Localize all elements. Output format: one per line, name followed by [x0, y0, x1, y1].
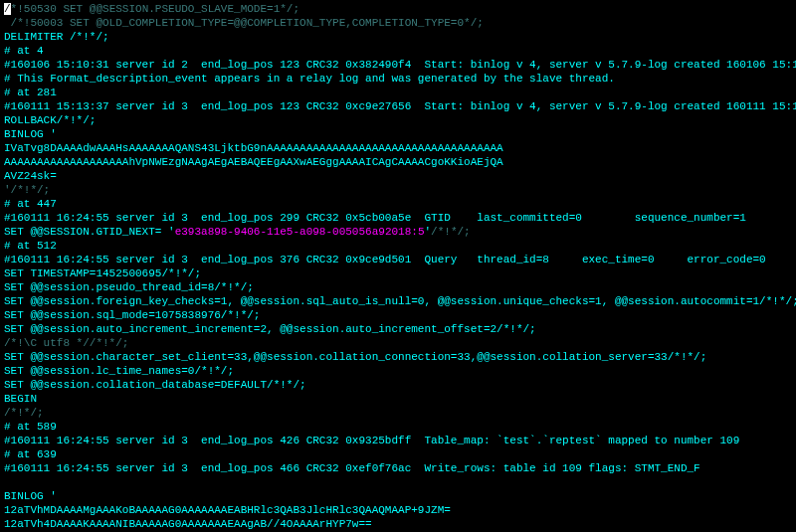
terminal-line: /*!*/; [4, 406, 792, 420]
terminal-line: /*!50003 SET @OLD_COMPLETION_TYPE=@@COMP… [4, 16, 792, 30]
terminal-line: #160106 15:10:31 server id 2 end_log_pos… [4, 58, 792, 72]
terminal-line: 12aTVhMDAAAAMgAAAKoBAAAAAG0AAAAAAAEABHRl… [4, 503, 792, 517]
terminal-line: BEGIN [4, 392, 792, 406]
terminal-line: SET @@session.foreign_key_checks=1, @@se… [4, 294, 792, 308]
terminal-line: 12aTVh4DAAAAKAAAANIBAAAAAG0AAAAAAAEAAgAB… [4, 517, 792, 531]
terminal-output: /*!50530 SET @@SESSION.PSEUDO_SLAVE_MODE… [0, 0, 796, 532]
terminal-line: /*!\C utf8 *//*!*/; [4, 336, 792, 350]
terminal-line: SET @@session.lc_time_names=0/*!*/; [4, 364, 792, 378]
terminal-line: IVaTvg8DAAAAdwAAAHsAAAAAAAQANS43LjktbG9n… [4, 141, 792, 155]
terminal-line: SET @@SESSION.GTID_NEXT= 'e393a898-9406-… [4, 225, 792, 239]
terminal-line: DELIMITER /*!*/; [4, 30, 792, 44]
terminal-line [4, 475, 792, 489]
terminal-line: SET @@session.character_set_client=33,@@… [4, 350, 792, 364]
terminal-line: /*!50530 SET @@SESSION.PSEUDO_SLAVE_MODE… [4, 2, 792, 16]
terminal-line: # at 4 [4, 44, 792, 58]
cursor: / [4, 3, 11, 15]
terminal-line: #160111 16:24:55 server id 3 end_log_pos… [4, 211, 792, 225]
terminal-line: # at 281 [4, 86, 792, 99]
terminal-line: AAAAAAAAAAAAAAAAAAAhVpNWEzgNAAgAEgAEBAQE… [4, 155, 792, 169]
terminal-line: #160111 16:24:55 server id 3 end_log_pos… [4, 253, 792, 266]
terminal-line: #160111 16:24:55 server id 3 end_log_pos… [4, 434, 792, 447]
terminal-line: # at 639 [4, 447, 792, 461]
terminal-line: SET TIMESTAMP=1452500695/*!*/; [4, 266, 792, 280]
terminal-line: '/*!*/; [4, 183, 792, 197]
terminal-line: #160111 15:13:37 server id 3 end_log_pos… [4, 99, 792, 113]
terminal-line: # This Format_description_event appears … [4, 72, 792, 86]
terminal-line: ROLLBACK/*!*/; [4, 113, 792, 127]
terminal-line: SET @@session.auto_increment_increment=2… [4, 322, 792, 336]
terminal-line: # at 447 [4, 197, 792, 211]
terminal-line: #160111 16:24:55 server id 3 end_log_pos… [4, 461, 792, 475]
terminal-line: AVZ24sk= [4, 169, 792, 183]
terminal-line: SET @@session.sql_mode=1075838976/*!*/; [4, 308, 792, 322]
terminal-line: # at 589 [4, 420, 792, 434]
terminal-line: BINLOG ' [4, 489, 792, 503]
terminal-line: SET @@session.pseudo_thread_id=8/*!*/; [4, 280, 792, 294]
terminal-line: # at 512 [4, 239, 792, 253]
terminal-line: SET @@session.collation_database=DEFAULT… [4, 378, 792, 392]
terminal-line: BINLOG ' [4, 127, 792, 141]
